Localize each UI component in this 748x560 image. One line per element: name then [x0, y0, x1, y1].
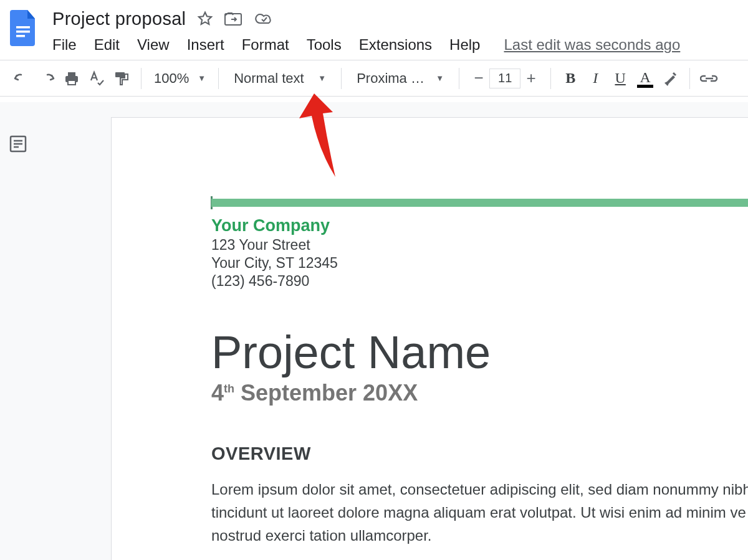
document-title[interactable]: Project proposal [52, 9, 186, 29]
document-outline-button[interactable] [9, 135, 27, 156]
move-icon[interactable] [224, 11, 243, 26]
app-header: Project proposal File [0, 0, 748, 54]
undo-button[interactable] [11, 68, 32, 89]
italic-button[interactable]: I [585, 70, 606, 87]
date-day: 4 [211, 380, 224, 406]
increase-font-button[interactable]: + [520, 68, 542, 89]
phone: (123) 456-7890 [211, 273, 748, 290]
text-color-button[interactable]: A [635, 69, 656, 88]
company-name: Your Company [211, 216, 748, 235]
header-main: Project proposal File [52, 5, 680, 54]
redo-button[interactable] [36, 68, 57, 89]
toolbar: 100% ▼ Normal text ▼ Proxima N… ▼ − + B … [0, 60, 748, 97]
text-color-swatch [637, 85, 653, 88]
separator [689, 68, 690, 89]
menu-insert[interactable]: Insert [187, 36, 224, 54]
document-page[interactable]: Your Company 123 Your Street Your City, … [111, 117, 748, 560]
svg-rect-6 [68, 80, 75, 85]
cloud-status-icon[interactable] [254, 11, 274, 26]
insert-link-button[interactable] [699, 68, 720, 89]
docs-logo-icon[interactable] [10, 10, 37, 46]
zoom-dropdown[interactable]: 100% ▼ [150, 70, 209, 87]
chevron-down-icon: ▼ [436, 74, 444, 83]
paint-format-button[interactable] [111, 68, 132, 89]
menu-view[interactable]: View [137, 36, 170, 54]
chevron-down-icon: ▼ [198, 74, 206, 83]
underline-button[interactable]: U [610, 70, 631, 87]
last-edit-link[interactable]: Last edit was seconds ago [504, 36, 680, 54]
print-button[interactable] [61, 68, 82, 89]
separator [459, 68, 459, 89]
svg-rect-7 [115, 72, 125, 77]
accent-bar [211, 199, 748, 207]
project-title: Project Name [211, 326, 748, 379]
menu-extensions[interactable]: Extensions [359, 36, 432, 54]
text-color-letter: A [640, 69, 650, 86]
menu-file[interactable]: File [52, 36, 77, 54]
separator [218, 68, 219, 89]
highlight-color-button[interactable] [659, 68, 681, 89]
separator [550, 68, 551, 89]
menu-format[interactable]: Format [242, 36, 289, 54]
zoom-value: 100% [154, 70, 189, 87]
overview-body: Lorem ipsum dolor sit amet, consectetuer… [211, 478, 748, 548]
svg-rect-1 [16, 31, 30, 33]
svg-rect-5 [68, 72, 75, 76]
paragraph-style-dropdown[interactable]: Normal text ▼ [228, 70, 332, 87]
separator [141, 68, 141, 89]
date-suffix: th [224, 382, 234, 395]
decrease-font-button[interactable]: − [468, 68, 489, 89]
canvas: Your Company 123 Your Street Your City, … [0, 102, 748, 560]
menu-help[interactable]: Help [449, 36, 480, 54]
font-label: Proxima N… [357, 70, 431, 87]
project-date: 4th September 20XX [211, 380, 748, 406]
font-size-group: − + [468, 68, 542, 89]
menu-bar: File Edit View Insert Format Tools Exten… [52, 36, 680, 54]
chevron-down-icon: ▼ [318, 74, 326, 83]
font-size-input[interactable] [489, 69, 520, 88]
bold-button[interactable]: B [560, 70, 581, 87]
star-icon[interactable] [197, 11, 213, 27]
overview-heading: OVERVIEW [211, 444, 748, 464]
title-row: Project proposal [52, 5, 680, 32]
style-label: Normal text [234, 70, 304, 87]
spellcheck-button[interactable] [86, 68, 107, 89]
menu-edit[interactable]: Edit [94, 36, 120, 54]
svg-rect-2 [16, 35, 25, 37]
svg-rect-0 [16, 26, 30, 29]
date-rest: September 20XX [234, 380, 418, 406]
address-line-1: 123 Your Street [211, 237, 748, 254]
menu-tools[interactable]: Tools [307, 36, 342, 54]
address-line-2: Your City, ST 12345 [211, 255, 748, 272]
separator [341, 68, 342, 89]
font-family-dropdown[interactable]: Proxima N… ▼ [350, 70, 450, 87]
